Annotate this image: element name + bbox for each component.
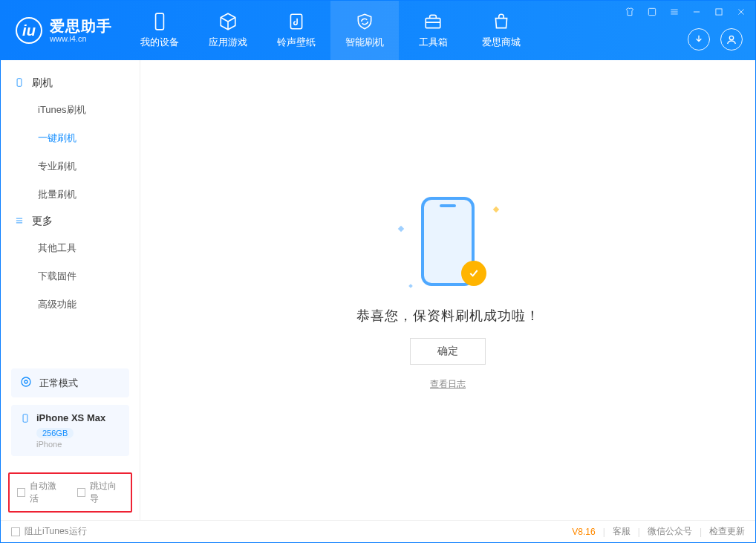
sparkle-icon — [493, 207, 499, 212]
status-bar: 阻止iTunes运行 V8.16 | 客服 | 微信公众号 | 检查更新 — [1, 520, 755, 542]
tab-toolbox[interactable]: 工具箱 — [399, 1, 467, 60]
mode-normal-icon — [20, 376, 32, 390]
svg-rect-0 — [156, 13, 164, 30]
tab-label: 铃声壁纸 — [277, 36, 316, 49]
main-content: 恭喜您，保资料刷机成功啦！ 确定 查看日志 — [140, 60, 755, 520]
chk-label: 阻止iTunes运行 — [25, 525, 87, 538]
list-icon — [14, 215, 25, 228]
tab-my-device[interactable]: 我的设备 — [126, 1, 194, 60]
sidebar-section-more: 更多 — [1, 209, 140, 234]
sidebar-item-oneclick-flash[interactable]: 一键刷机 — [1, 124, 140, 152]
phone-icon — [150, 12, 169, 31]
sparkle-icon — [408, 284, 413, 288]
logo-mark-icon: iu — [16, 17, 42, 44]
maximize-icon[interactable] — [711, 4, 726, 19]
device-capacity: 256GB — [36, 428, 74, 438]
success-illustration — [396, 189, 500, 293]
tab-label: 应用游戏 — [209, 36, 247, 49]
minimize-icon[interactable] — [689, 4, 704, 19]
chk-label: 自动激活 — [30, 480, 63, 505]
svg-point-5 — [729, 36, 733, 39]
svg-rect-4 — [716, 9, 722, 15]
tab-label: 工具箱 — [419, 36, 448, 49]
tab-smart-flash[interactable]: 智能刷机 — [330, 1, 399, 60]
download-icon[interactable] — [688, 28, 710, 51]
user-icon[interactable] — [720, 28, 743, 51]
svg-rect-3 — [648, 8, 655, 15]
tab-label: 智能刷机 — [345, 36, 384, 49]
sidebar-item-other-tools[interactable]: 其他工具 — [1, 234, 140, 262]
sidebar: 刷机 iTunes刷机 一键刷机 专业刷机 批量刷机 更多 其他工具 下载固件 … — [1, 60, 140, 520]
section-title: 刷机 — [32, 77, 53, 90]
version-label: V8.16 — [572, 527, 595, 537]
toolbox-icon — [423, 12, 443, 31]
svg-rect-6 — [17, 78, 22, 86]
link-check-update[interactable]: 检查更新 — [709, 525, 745, 538]
check-badge-icon — [461, 261, 486, 286]
view-log-link[interactable]: 查看日志 — [430, 378, 466, 391]
device-icon — [14, 77, 25, 90]
sidebar-item-itunes-flash[interactable]: iTunes刷机 — [1, 96, 140, 124]
music-file-icon — [287, 12, 306, 31]
svg-point-8 — [25, 380, 27, 383]
cube-icon — [218, 12, 238, 31]
sidebar-item-pro-flash[interactable]: 专业刷机 — [1, 152, 140, 181]
close-icon[interactable] — [734, 4, 749, 19]
app-url: www.i4.cn — [50, 34, 112, 43]
sidebar-item-download-firmware[interactable]: 下载固件 — [1, 262, 140, 290]
tab-ringtone-wallpaper[interactable]: 铃声壁纸 — [262, 1, 330, 60]
link-customer-service[interactable]: 客服 — [613, 525, 630, 538]
app-name: 爱思助手 — [50, 18, 112, 34]
sparkle-icon — [398, 226, 404, 232]
tab-label: 爱思商城 — [482, 36, 521, 49]
confirm-button[interactable]: 确定 — [410, 338, 486, 365]
device-panel: 正常模式 iPhone XS Max 256GB iPhone — [1, 368, 140, 465]
mode-card[interactable]: 正常模式 — [11, 368, 129, 397]
section-title: 更多 — [32, 215, 53, 228]
device-type: iPhone — [36, 440, 120, 449]
checkbox-auto-activate[interactable]: 自动激活 — [17, 480, 64, 505]
device-name: iPhone XS Max — [36, 412, 105, 423]
header: iu 爱思助手 www.i4.cn 我的设备 应用游戏 铃声壁纸 智能刷机 工具… — [1, 1, 755, 60]
sidebar-item-batch-flash[interactable]: 批量刷机 — [1, 181, 140, 209]
phone-small-icon — [20, 413, 30, 423]
link-wechat[interactable]: 微信公众号 — [648, 525, 692, 538]
window-controls — [622, 4, 749, 19]
flash-options: 自动激活 跳过向导 — [8, 472, 132, 513]
skin-icon[interactable] — [622, 4, 637, 19]
result-message: 恭喜您，保资料刷机成功啦！ — [356, 307, 540, 325]
checkbox-block-itunes[interactable]: 阻止iTunes运行 — [11, 525, 87, 538]
device-card[interactable]: iPhone XS Max 256GB iPhone — [11, 405, 129, 456]
mode-label: 正常模式 — [39, 377, 78, 390]
feedback-icon[interactable] — [645, 4, 659, 19]
svg-rect-2 — [426, 19, 440, 28]
body: 刷机 iTunes刷机 一键刷机 专业刷机 批量刷机 更多 其他工具 下载固件 … — [1, 60, 755, 520]
svg-point-7 — [22, 377, 30, 386]
svg-rect-9 — [23, 414, 27, 422]
chk-label: 跳过向导 — [90, 480, 123, 505]
bag-icon — [492, 12, 511, 31]
header-actions — [688, 28, 743, 51]
sidebar-item-advanced[interactable]: 高级功能 — [1, 290, 140, 319]
sidebar-section-flash: 刷机 — [1, 71, 140, 96]
checkbox-skip-guide[interactable]: 跳过向导 — [77, 480, 124, 505]
menu-icon[interactable] — [667, 4, 682, 19]
main-tabs: 我的设备 应用游戏 铃声壁纸 智能刷机 工具箱 爱思商城 — [126, 1, 535, 60]
tab-store[interactable]: 爱思商城 — [467, 1, 535, 60]
tab-apps-games[interactable]: 应用游戏 — [194, 1, 262, 60]
refresh-shield-icon — [355, 12, 374, 31]
svg-rect-1 — [290, 14, 302, 29]
app-logo: iu 爱思助手 www.i4.cn — [1, 1, 126, 60]
tab-label: 我的设备 — [140, 36, 179, 49]
